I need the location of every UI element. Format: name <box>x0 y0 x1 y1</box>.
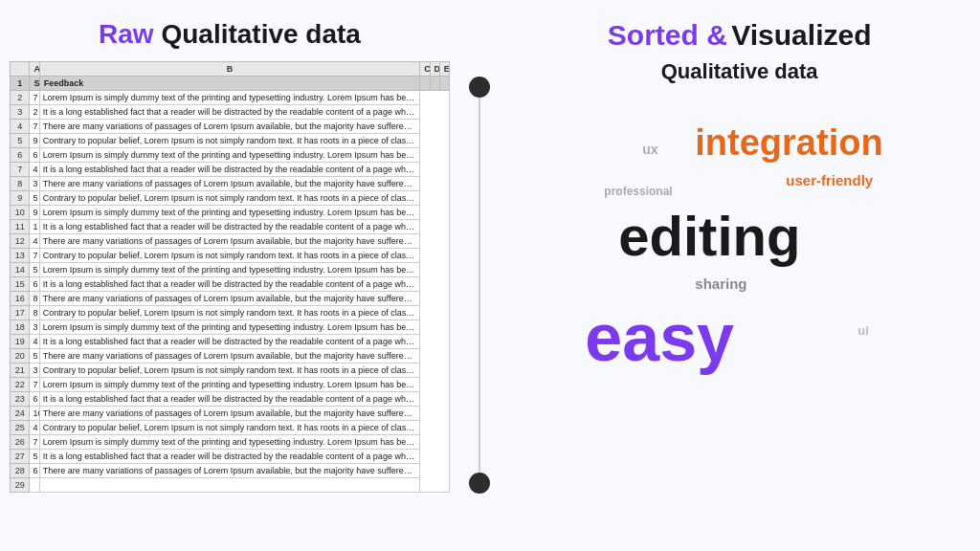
word-professional: professional <box>604 185 672 198</box>
divider-line <box>479 98 480 473</box>
spreadsheet: ABCDE1ScoreFeedback27Lorem Ipsum is simp… <box>10 61 450 493</box>
divider <box>459 0 499 551</box>
word-editing: editing <box>618 204 800 268</box>
word-easy: easy <box>585 299 734 376</box>
word-sharing: sharing <box>695 276 746 292</box>
right-panel: Sorted & Visualized Qualitative data int… <box>499 0 980 551</box>
word-integration: integration <box>695 122 882 164</box>
divider-bottom-dot <box>469 473 490 494</box>
word-ux: ux <box>642 142 657 157</box>
divider-top-dot <box>469 77 490 98</box>
left-panel: Raw Qualitative data ABCDE1ScoreFeedback… <box>0 0 459 551</box>
qualitative-label: Qualitative data <box>154 19 361 49</box>
raw-label: Raw <box>99 19 154 49</box>
right-title: Sorted & Visualized <box>608 19 872 52</box>
word-cloud: integrationuser-friendlyuxprofessionaled… <box>508 94 970 419</box>
word-user-friendly: user-friendly <box>786 172 873 188</box>
sorted-label: Sorted & <box>608 19 727 51</box>
right-subtitle: Qualitative data <box>661 59 818 84</box>
visualized-label: Visualized <box>731 19 871 51</box>
word-ui: ui <box>858 323 869 338</box>
left-title: Raw Qualitative data <box>99 19 361 50</box>
